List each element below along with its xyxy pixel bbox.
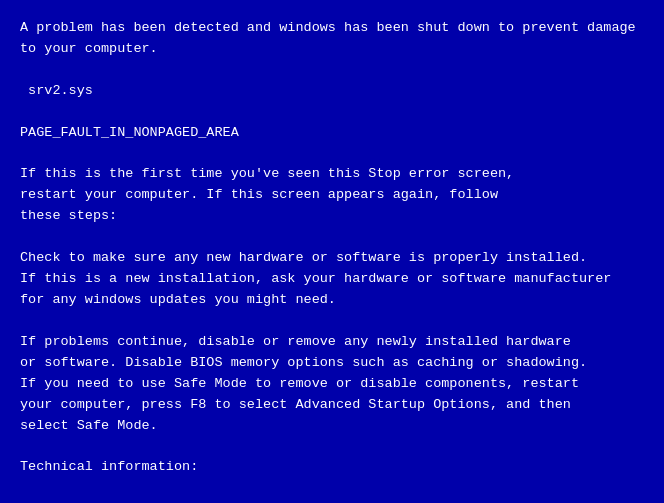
bsod-content: A problem has been detected and windows …	[20, 18, 644, 503]
bsod-screen: A problem has been detected and windows …	[0, 0, 664, 503]
